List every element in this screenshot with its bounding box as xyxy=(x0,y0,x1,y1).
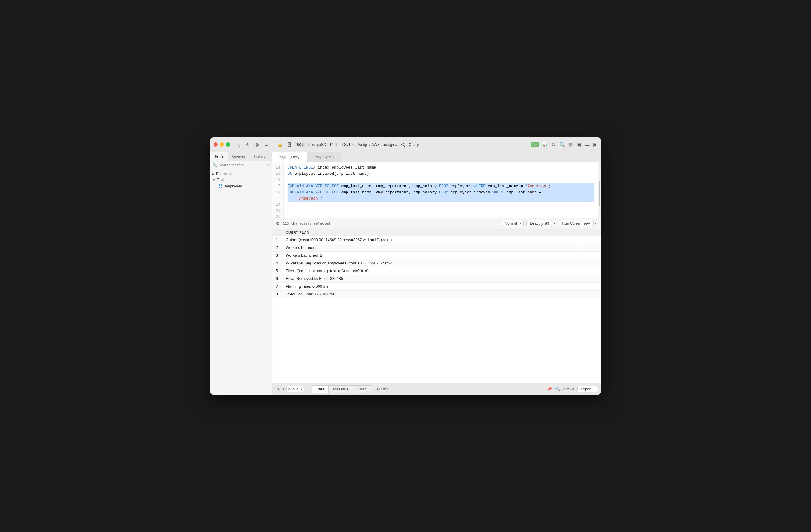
code-line-20 xyxy=(288,208,594,214)
lock-icon[interactable]: 🔒 xyxy=(276,141,283,148)
employees-label: employees xyxy=(225,184,243,188)
beautify-button[interactable]: Beautify ⌘I xyxy=(526,220,552,227)
schema-select-wrapper: public ▼ xyxy=(285,386,304,392)
eye-icon[interactable]: ◎ xyxy=(254,141,260,148)
main-window: ◁ ⊗ ◎ ≡ 🔒 🗄 SQL PostgreSQL 14.6 : TLSv1.… xyxy=(210,137,601,395)
table-row: 2 Workers Planned: 2 xyxy=(272,244,601,252)
search-icon: 🔍 xyxy=(212,163,217,167)
editor-area: SQL Query employees 14 15 16 17 18 19 20… xyxy=(272,152,601,395)
query-plan-cell: Filter: ((emp_last_name)::text = 'Anders… xyxy=(281,267,581,275)
run-chevron-icon[interactable]: ▼ xyxy=(594,222,597,225)
chevron-down-icon[interactable]: ▼ xyxy=(553,222,556,225)
sidebar-bottom-icon[interactable]: ▬ xyxy=(585,142,589,147)
empty-cell xyxy=(581,244,601,252)
empty-cell xyxy=(581,275,601,283)
bottom-tab-chart[interactable]: Chart xyxy=(353,386,371,393)
query-plan-cell: Rows Removed by Filter: 332185 xyxy=(281,275,581,283)
bottom-bar: + ▼ public ▼ Data Message Chart 367 ms 📌… xyxy=(272,383,601,395)
close-button[interactable] xyxy=(214,142,218,146)
stop-icon[interactable]: ⊗ xyxy=(244,141,251,148)
bottom-tab-data[interactable]: Data xyxy=(312,386,329,393)
titlebar-right: 📊 ↻ 🔍 ⊞ ▣ ▬ ▣ xyxy=(542,142,597,147)
code-line-14: CREATE INDEX index_employees_last_name xyxy=(288,165,594,171)
code-line-19 xyxy=(288,202,594,208)
code-line-18: EXPLAIN ANALYZE SELECT emp_last_name, em… xyxy=(288,189,594,195)
row-number-cell: 5 xyxy=(272,267,281,275)
main-content: Items Queries History 🔍 ⚙ ▶ Functions ▼ … xyxy=(210,152,601,395)
sidebar-item-employees[interactable]: employees xyxy=(210,183,272,189)
query-plan-cell: Execution Time: 175.397 ms xyxy=(281,291,581,298)
empty-cell xyxy=(581,283,601,291)
results-table: QUERY PLAN 1 Gather (cost=1000.00..14669… xyxy=(272,229,601,298)
sidebar-tab-history[interactable]: History xyxy=(249,152,270,161)
table-icon xyxy=(218,184,222,188)
chevron-down-icon: ▶ xyxy=(212,172,215,176)
bottom-tabs: Data Message Chart xyxy=(312,386,371,393)
titlebar: ◁ ⊗ ◎ ≡ 🔒 🗄 SQL PostgreSQL 14.6 : TLSv1.… xyxy=(210,137,601,152)
query-toolbar: ⚙ 113 characters selected No limit 100 5… xyxy=(272,218,601,229)
empty-header xyxy=(581,229,601,236)
query-time-status: 367 ms xyxy=(376,387,388,391)
maximize-button[interactable] xyxy=(226,142,230,146)
code-content[interactable]: CREATE INDEX index_employees_last_name O… xyxy=(284,162,598,218)
empty-cell xyxy=(581,236,601,244)
grid-view-icon[interactable]: ⊞ xyxy=(569,142,573,147)
filter-icon[interactable]: ⚙ xyxy=(267,163,270,167)
sidebar: Items Queries History 🔍 ⚙ ▶ Functions ▼ … xyxy=(210,152,272,395)
refresh-icon[interactable]: ↻ xyxy=(551,142,555,147)
minimize-button[interactable] xyxy=(220,142,224,146)
limit-select[interactable]: No limit 100 500 1000 xyxy=(502,220,524,227)
sidebar-tab-items[interactable]: Items xyxy=(210,152,228,161)
sidebar-tabs: Items Queries History xyxy=(210,152,272,161)
loc-badge: loc xyxy=(531,142,539,147)
row-number-cell: 1 xyxy=(272,236,281,244)
export-button[interactable]: Export... xyxy=(577,386,598,392)
chevron-icon[interactable]: ▼ xyxy=(282,387,285,391)
search-results-icon[interactable]: 🔍 xyxy=(555,387,560,391)
table-row: 8 Execution Time: 175.397 ms xyxy=(272,291,601,298)
query-plan-cell: Gather (cost=1000.00..14669.22 rows=3867… xyxy=(281,236,581,244)
schema-select[interactable]: public xyxy=(286,386,304,392)
sidebar-right-icon[interactable]: ▣ xyxy=(593,142,597,147)
sidebar-left-icon[interactable]: ▣ xyxy=(577,142,581,147)
pin-icon[interactable]: 📌 xyxy=(547,387,552,391)
table-row: 6 Rows Removed by Filter: 332185 xyxy=(272,275,601,283)
chart-icon[interactable]: 📊 xyxy=(542,142,548,147)
line-numbers: 14 15 16 17 18 19 20 21 22 xyxy=(272,162,284,218)
navigate-back-icon[interactable]: ◁ xyxy=(235,141,242,148)
editor-scrollbar[interactable] xyxy=(598,162,601,218)
scrollbar-thumb[interactable] xyxy=(599,181,600,206)
code-line-21 xyxy=(288,214,594,218)
row-number-header xyxy=(272,229,281,236)
menu-icon[interactable]: ≡ xyxy=(263,141,270,148)
search-input[interactable] xyxy=(218,163,265,167)
tab-employees[interactable]: employees xyxy=(307,152,342,162)
query-plan-cell: Workers Planned: 2 xyxy=(281,244,581,252)
separator xyxy=(273,142,273,148)
bottom-right: 📌 🔍 8 rows Export... xyxy=(547,386,598,392)
editor-tab-headers: SQL Query employees xyxy=(272,152,601,162)
search-icon[interactable]: 🔍 xyxy=(559,142,565,147)
functions-label: Functions xyxy=(216,172,232,176)
results-panel: QUERY PLAN 1 Gather (cost=1000.00..14669… xyxy=(272,229,601,383)
limit-select-wrapper: No limit 100 500 1000 ▼ xyxy=(502,220,524,227)
database-icon[interactable]: 🗄 xyxy=(286,141,292,148)
sidebar-item-tables[interactable]: ▼ Tables xyxy=(210,177,272,183)
bottom-tab-message[interactable]: Message xyxy=(328,386,353,393)
table-row: 1 Gather (cost=1000.00..14669.22 rows=38… xyxy=(272,236,601,244)
add-schema-button[interactable]: + xyxy=(275,386,282,393)
table-row: 3 Workers Launched: 2 xyxy=(272,252,601,260)
row-number-cell: 4 xyxy=(272,260,281,267)
query-plan-cell: -> Parallel Seq Scan on employees (cost=… xyxy=(281,260,581,267)
sidebar-item-functions[interactable]: ▶ Functions xyxy=(210,171,272,177)
chevron-down-icon: ▼ xyxy=(212,178,215,182)
sidebar-tab-queries[interactable]: Queries xyxy=(228,152,249,161)
run-button[interactable]: Run Current ⌘↵ xyxy=(558,220,594,227)
tab-sql-query[interactable]: SQL Query xyxy=(272,152,307,162)
query-plan-cell: Workers Launched: 2 xyxy=(281,252,581,260)
settings-icon[interactable]: ⚙ xyxy=(276,221,280,226)
row-number-cell: 8 xyxy=(272,291,281,298)
sidebar-search-bar: 🔍 ⚙ xyxy=(210,161,272,170)
traffic-lights xyxy=(214,142,230,146)
row-number-cell: 3 xyxy=(272,252,281,260)
